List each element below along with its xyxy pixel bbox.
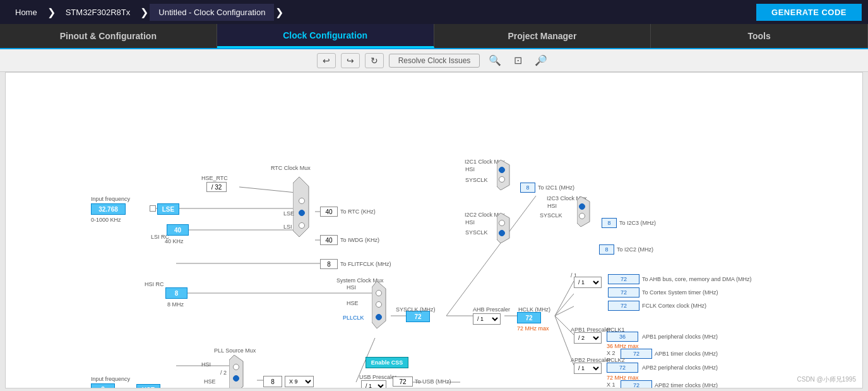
ahb-div1-select[interactable]: / 1 (574, 277, 602, 288)
zoom-in-button[interactable]: 🔍 (485, 52, 505, 68)
enable-css-button[interactable]: Enable CSS (366, 357, 408, 368)
generate-code-button[interactable]: GENERATE CODE (756, 4, 862, 21)
lse-connector (150, 205, 156, 212)
sys-mux-radio-hsi[interactable] (376, 290, 382, 296)
pll-src-mux-label: PLL Source Mux (214, 347, 256, 354)
i2c1-radio-sysclk[interactable] (499, 176, 505, 183)
apb2-peri-label: APB2 peripheral clocks (MHz) (642, 364, 718, 371)
flit-val[interactable]: 8 (320, 259, 338, 269)
svg-marker-28 (229, 355, 243, 388)
pll-src-radio-hse[interactable] (233, 375, 239, 382)
apb1-x2-label: X 2 (607, 350, 615, 356)
svg-line-14 (555, 281, 574, 316)
ahb-output-val[interactable]: 72 (608, 274, 639, 284)
lse-freq-value[interactable]: 32.768 (91, 203, 126, 215)
hclk-max: 72 MHz max (517, 325, 549, 332)
tab-clock[interactable]: Clock Configuration (217, 24, 434, 48)
i2c1-hsi-label: HSI (465, 166, 475, 172)
i2c1-radio-hsi[interactable] (499, 167, 505, 173)
sysclk-mux-shape (372, 281, 392, 328)
pll-src-radio-hsi[interactable] (233, 364, 239, 370)
apb1-timer-val[interactable]: 72 (621, 349, 652, 359)
rtc-mux-radio-lse[interactable] (299, 210, 305, 216)
ahb-prescaler-select[interactable]: / 1 (473, 313, 501, 325)
tab-tools[interactable]: Tools (651, 24, 868, 48)
apb1-prescaler-select[interactable]: / 2 (574, 332, 602, 344)
pll-mul-select[interactable]: X 9 (285, 376, 314, 387)
breadcrumb-chip[interactable]: STM32F302R8Tx (57, 4, 140, 21)
i2c1-val[interactable]: 8 (520, 183, 535, 193)
resolve-clock-button[interactable]: Resolve Clock Issues (389, 54, 480, 68)
hse-input-val[interactable]: 8 (91, 383, 115, 388)
breadcrumb-sep-2: ❯ (140, 6, 148, 18)
rtc-to-val[interactable]: 40 (320, 207, 338, 217)
rtc-mux-shape (293, 177, 315, 237)
usb-prescaler-select[interactable]: / 1 (361, 380, 386, 388)
hsi-mhz: 8 MHz (167, 301, 184, 308)
breadcrumb-title[interactable]: Untitled - Clock Configuration (150, 4, 274, 21)
zoom-fit-button[interactable]: ⊡ (510, 52, 526, 68)
apb2-timer-label: APB2 timer clocks (MHz) (655, 382, 718, 388)
hclk-val[interactable]: 72 (517, 312, 541, 323)
svg-marker-31 (497, 213, 509, 243)
hse-box[interactable]: HSE (136, 384, 160, 388)
svg-line-16 (555, 306, 574, 316)
cortex-timer-val[interactable]: 72 (608, 287, 639, 298)
rtc-mux-radio-lsi[interactable] (299, 222, 305, 229)
refresh-button[interactable]: ↻ (365, 53, 384, 68)
tab-pinout[interactable]: Pinout & Configuration (0, 24, 217, 48)
apb2-prescaler-select[interactable]: / 1 (574, 363, 602, 374)
hse-div32-box[interactable]: / 32 (206, 182, 227, 192)
svg-marker-30 (577, 196, 590, 227)
hse-input-freq-label: Input frequency (91, 376, 130, 382)
apb1-peri-label: APB1 peripheral clocks (MHz) (642, 334, 718, 340)
breadcrumb-sep-1: ❯ (47, 6, 56, 18)
ahb-output-label: To AHB bus, core, memory and DMA (MHz) (642, 276, 752, 282)
sysclk-label: SYSCLK (MHz) (396, 306, 436, 313)
zoom-out-button[interactable]: 🔎 (531, 52, 551, 68)
pclk2-val[interactable]: 72 (607, 363, 638, 373)
hsi-rc-label: HSI RC (145, 281, 164, 287)
i2c3-mux-shape (577, 196, 595, 227)
hsi-rc-value[interactable]: 8 (165, 287, 187, 299)
i2c2-radio-sysclk[interactable] (499, 230, 505, 236)
apb1-timer-label: APB1 timer clocks (MHz) (655, 351, 718, 357)
sys-mux-radio-pll[interactable] (376, 314, 382, 320)
i2c3-radio-hsi[interactable] (579, 203, 585, 210)
usb-val[interactable]: 72 (393, 376, 413, 387)
sys-mux-radio-hse[interactable] (376, 301, 382, 308)
svg-line-15 (555, 294, 574, 316)
rtc-mux-radio-hse[interactable] (299, 198, 305, 204)
iwdg-label: To IWDG (KHz) (340, 237, 379, 243)
breadcrumb-home[interactable]: Home (6, 4, 46, 21)
i2c1-label: To I2C1 (MHz) (538, 184, 574, 191)
redo-button[interactable]: ↪ (341, 53, 360, 68)
pllclk-sys-label: PLLCLK (343, 315, 364, 321)
flit-label: To FLITFCLK (MHz) (340, 261, 391, 267)
i2c2-radio-hsi[interactable] (499, 220, 505, 226)
apb2-timer-val[interactable]: 72 (621, 380, 652, 388)
watermark: CSDN @小师兄1995 (797, 375, 856, 384)
hse-arrows: ◀▶ (116, 388, 126, 388)
hsi-sys-label: HSI (347, 284, 356, 291)
hse-sys-label: HSE (347, 300, 359, 306)
lse-box[interactable]: LSE (157, 203, 179, 215)
usb-prescaler-label: USB Prescaler (359, 374, 396, 380)
cortex-timer-label: To Cortex System timer (MHz) (642, 289, 718, 296)
lsi-rc-value[interactable]: 40 (167, 224, 189, 236)
undo-button[interactable]: ↩ (317, 53, 336, 68)
rtc-mux-label: RTC Clock Mux (271, 165, 311, 171)
tab-project[interactable]: Project Manager (434, 24, 651, 48)
fclk-val[interactable]: 72 (608, 301, 639, 311)
rtc-to-label: To RTC (KHz) (340, 208, 376, 215)
lsi-khz: 40 KHz (165, 238, 184, 244)
pll-val-box[interactable]: 8 (263, 376, 282, 387)
i2c3-sysclk-label: SYSCLK (540, 212, 562, 219)
i2c2-val[interactable]: 8 (599, 244, 614, 255)
i2c3-radio-sysclk[interactable] (579, 213, 585, 219)
i2c3-val[interactable]: 8 (602, 218, 617, 228)
i2c1-sysclk-label: SYSCLK (465, 177, 488, 183)
pclk1-val[interactable]: 36 (607, 332, 638, 342)
iwdg-val[interactable]: 40 (320, 235, 338, 245)
rtc-lse-label: LSE (283, 210, 294, 217)
